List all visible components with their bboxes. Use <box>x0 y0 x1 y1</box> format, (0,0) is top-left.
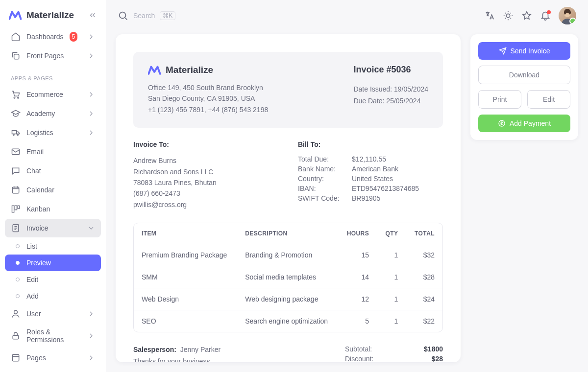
chevron-right-icon <box>87 354 95 362</box>
theme-icon[interactable] <box>503 10 514 21</box>
nav-user[interactable]: User <box>5 304 101 323</box>
cell-item: SEO <box>134 310 237 332</box>
nav-invoice-list[interactable]: List <box>5 238 101 255</box>
send-icon <box>499 47 507 55</box>
nav-front-pages[interactable]: Front Pages <box>5 46 101 65</box>
nav-invoice-preview[interactable]: Preview <box>5 255 101 271</box>
svg-rect-8 <box>15 206 17 209</box>
date-issued-label: Date Issued: <box>353 85 392 93</box>
discount-label: Discount: <box>345 355 373 362</box>
svg-point-1 <box>14 97 15 98</box>
nav-pages[interactable]: Pages <box>5 349 101 367</box>
language-icon[interactable] <box>484 10 495 21</box>
cell-qty: 1 <box>377 310 406 332</box>
bank-label: Bank Name: <box>298 165 352 173</box>
dot-icon <box>16 244 20 248</box>
nav-label: Pages <box>26 354 46 362</box>
salesperson-label: Salesperson: <box>133 346 176 353</box>
nav-academy[interactable]: Academy <box>5 104 101 123</box>
invoice-footer: Salesperson: Jenny Parker Thanks for you… <box>133 344 443 362</box>
cell-hours: 15 <box>338 244 377 266</box>
add-payment-button[interactable]: Add Payment <box>478 115 570 132</box>
svg-rect-9 <box>18 206 19 209</box>
cell-qty: 1 <box>377 266 406 288</box>
search-kbd: ⌘K <box>160 11 175 20</box>
search-icon <box>118 10 128 21</box>
edit-button[interactable]: Edit <box>527 90 570 109</box>
svg-rect-12 <box>13 335 19 339</box>
sidebar-collapse-icon[interactable] <box>88 11 97 20</box>
invoice-to-label: Invoice To: <box>133 140 278 148</box>
calendar-icon <box>11 185 21 195</box>
avatar[interactable] <box>559 7 576 24</box>
brand[interactable]: Materialize <box>5 7 101 27</box>
cell-hours: 5 <box>338 310 377 332</box>
download-button[interactable]: Download <box>478 66 570 84</box>
chevron-right-icon <box>87 110 95 117</box>
nav-chat[interactable]: Chat <box>5 162 101 180</box>
table-row: SEOSearch engine optimization51$22 <box>134 310 442 332</box>
send-label: Send Invoice <box>511 47 550 55</box>
nav-email[interactable]: Email <box>5 142 101 161</box>
chevron-right-icon <box>87 52 95 60</box>
nav-invoice-add[interactable]: Add <box>5 288 101 304</box>
cell-desc: Web designing package <box>237 288 338 310</box>
invoice-brand: Materialize <box>148 65 268 82</box>
chevron-right-icon <box>87 310 95 318</box>
nav-roles[interactable]: Roles & Permissions <box>5 324 101 348</box>
bell-icon[interactable] <box>540 10 551 21</box>
to-email: pwillis@cross.org <box>133 199 278 210</box>
dot-icon <box>16 261 20 265</box>
nav-calendar[interactable]: Calendar <box>5 181 101 199</box>
cell-qty: 1 <box>377 288 406 310</box>
sub-label: Edit <box>26 276 38 283</box>
topbar: Search ⌘K <box>106 0 588 29</box>
send-invoice-button[interactable]: Send Invoice <box>478 42 570 60</box>
nav-dashboards[interactable]: Dashboards 5 <box>5 27 101 46</box>
cell-total: $22 <box>406 310 442 332</box>
nav-ecommerce[interactable]: Ecommerce <box>5 85 101 104</box>
notification-dot <box>547 10 551 14</box>
nav-authentication[interactable]: Authentication <box>5 368 101 372</box>
invoice-card: Materialize Office 149, 450 South Brand … <box>116 34 461 362</box>
cell-hours: 12 <box>338 288 377 310</box>
svg-rect-7 <box>12 206 14 212</box>
content: Materialize Office 149, 450 South Brand … <box>106 29 588 372</box>
company-address2: San Diego County, CA 91905, USA <box>148 93 268 104</box>
brand-logo-icon <box>148 65 161 75</box>
cell-item: Web Design <box>134 288 237 310</box>
invoice-title: Invoice #5036 <box>353 65 428 75</box>
lock-icon <box>11 331 21 341</box>
cell-total: $24 <box>406 288 442 310</box>
nav-kanban[interactable]: Kanban <box>5 200 101 218</box>
country-label: Country: <box>298 175 352 183</box>
sub-label: Preview <box>26 259 51 267</box>
page-icon <box>11 353 21 363</box>
sub-label: List <box>26 242 37 250</box>
col-desc: DESCRIPTION <box>237 223 338 244</box>
company-address1: Office 149, 450 South Brand Brooklyn <box>148 82 268 93</box>
print-button[interactable]: Print <box>478 90 521 109</box>
star-icon[interactable] <box>521 10 532 21</box>
add-payment-label: Add Payment <box>510 119 551 127</box>
total-due: $12,110.55 <box>352 155 443 163</box>
graduation-icon <box>11 109 21 118</box>
cell-desc: Social media templates <box>237 266 338 288</box>
footer-totals: Subtotal:$1800 Discount:$28 Tax:21% Tota… <box>345 344 443 362</box>
nav-logistics[interactable]: Logistics <box>5 123 101 142</box>
dot-icon <box>16 294 20 298</box>
cell-desc: Search engine optimization <box>237 310 338 332</box>
cart-icon <box>11 90 21 99</box>
dot-icon <box>16 278 20 281</box>
date-issued: 19/05/2024 <box>394 85 428 93</box>
invoice-icon <box>11 223 21 233</box>
nav-invoice[interactable]: Invoice <box>5 219 101 237</box>
search[interactable]: Search ⌘K <box>118 10 477 21</box>
actions-card: Send Invoice Download Print Edit Add Pay… <box>470 34 578 140</box>
nav-invoice-edit[interactable]: Edit <box>5 271 101 288</box>
to-address: 78083 Laura Pines, Bhutan <box>133 177 278 188</box>
iban-label: IBAN: <box>298 185 352 192</box>
chevron-right-icon <box>87 33 95 41</box>
nav-label: Calendar <box>26 186 54 194</box>
nav-label: Dashboards <box>26 33 64 41</box>
